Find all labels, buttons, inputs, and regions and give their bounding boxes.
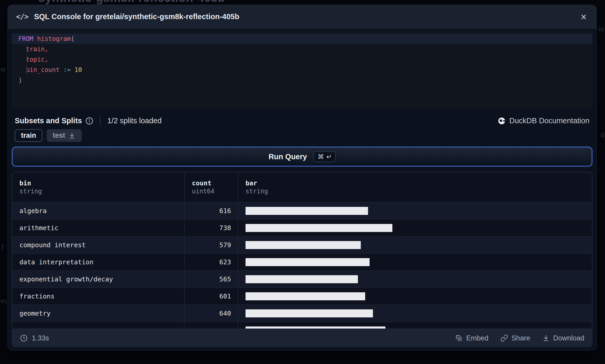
download-icon xyxy=(542,334,550,342)
code-line: ) xyxy=(12,75,593,85)
cell-count: 616 xyxy=(184,202,238,219)
run-query-label: Run Query xyxy=(269,152,307,161)
subsets-and-splits-bar: Subsets and Splits 1/2 splits loaded Duc… xyxy=(12,117,593,125)
doc-link-label: DuckDB Documentation xyxy=(509,117,589,125)
backdrop-fragment: w xyxy=(1,65,6,74)
cell-bar xyxy=(238,305,592,322)
download-button[interactable]: Download xyxy=(542,334,584,342)
close-icon[interactable]: × xyxy=(579,12,588,22)
code-token xyxy=(18,46,26,53)
share-icon xyxy=(500,334,508,342)
column-header-count: count uint64 xyxy=(184,172,238,202)
embed-button[interactable]: Embed xyxy=(455,334,488,342)
code-line: bin_count := 10 xyxy=(12,65,593,75)
indent-guide xyxy=(27,45,27,75)
cmd-icon: ⌘ xyxy=(318,153,324,161)
histogram-bar xyxy=(246,207,368,215)
column-header-bar: bar string xyxy=(238,172,592,202)
cell-bin: algebra xyxy=(12,202,184,219)
cell-count xyxy=(184,322,238,329)
info-icon[interactable] xyxy=(85,117,93,125)
modal-title: SQL Console for gretelai/synthetic-gsm8k… xyxy=(34,12,573,21)
cell-count: 601 xyxy=(184,288,238,304)
duckdb-documentation-link[interactable]: DuckDB Documentation xyxy=(498,117,589,125)
backdrop-page-heading: synthetic-gsm8k-reflection-405b xyxy=(38,0,225,5)
histogram-bar xyxy=(246,224,392,232)
cmd-enter-kbd: ⌘ ↵ xyxy=(314,151,336,162)
code-token xyxy=(60,66,63,74)
split-chip-label: train xyxy=(21,132,36,140)
code-token: := xyxy=(63,66,71,74)
cell-bar xyxy=(238,254,592,270)
cell-bin: data interpretation xyxy=(12,254,184,270)
cell-bin: arithmetic xyxy=(12,220,184,236)
duckdb-logo-icon xyxy=(498,117,506,125)
histogram-bar xyxy=(246,292,365,300)
clock-icon xyxy=(20,334,28,342)
histogram-bar xyxy=(246,309,373,317)
code-token: , xyxy=(45,56,48,63)
histogram-bar xyxy=(246,326,385,329)
cell-bin: compound interest xyxy=(12,237,184,253)
cell-count: 565 xyxy=(184,271,238,287)
cell-count: 738 xyxy=(184,220,238,236)
download-icon xyxy=(68,132,76,139)
cell-count: 579 xyxy=(184,237,238,253)
table-row: geometry640 xyxy=(12,304,592,322)
cell-count: 623 xyxy=(184,254,238,270)
splits-loaded-status: 1/2 splits loaded xyxy=(107,117,162,125)
cell-bar xyxy=(238,288,592,304)
table-row: algebra616 xyxy=(12,202,592,219)
code-token: bin_count xyxy=(26,66,60,74)
code-token xyxy=(33,35,37,42)
split-chip-test[interactable]: test xyxy=(47,129,82,142)
sql-editor[interactable]: FROM histogram( train, topic, bin_count … xyxy=(12,31,593,109)
footer-button-label: Embed xyxy=(466,334,488,342)
code-token: ) xyxy=(18,77,22,84)
split-chip-train[interactable]: train xyxy=(15,129,42,142)
code-token: 10 xyxy=(75,66,82,74)
share-button[interactable]: Share xyxy=(500,334,530,342)
code-line: FROM histogram( xyxy=(12,34,593,44)
cell-bar xyxy=(238,202,592,219)
backdrop-fragment: is xyxy=(599,25,604,33)
table-row: fractions601 xyxy=(12,287,592,304)
table-row xyxy=(12,322,592,329)
histogram-bar xyxy=(246,241,361,249)
sql-console-modal: </> SQL Console for gretelai/synthetic-g… xyxy=(8,5,596,350)
footer-actions: EmbedShareDownload xyxy=(455,334,584,342)
histogram-bar xyxy=(246,275,358,283)
split-chip-label: test xyxy=(53,132,65,140)
table-header-row: bin string count uint64 bar string xyxy=(12,172,592,202)
backdrop-fragment: f xyxy=(2,243,4,252)
code-token: FROM xyxy=(18,35,33,42)
code-token: histogram xyxy=(37,35,71,42)
table-row: arithmetic738 xyxy=(12,219,592,236)
table-row: exponential growth/decay565 xyxy=(12,270,592,287)
cell-bar xyxy=(238,237,592,253)
cell-count: 640 xyxy=(184,305,238,322)
run-query-button[interactable]: Run Query ⌘ ↵ xyxy=(12,147,593,167)
cell-bar xyxy=(238,220,592,236)
modal-header: </> SQL Console for gretelai/synthetic-g… xyxy=(8,5,596,29)
cell-bin: geometry xyxy=(12,305,184,322)
footer-button-label: Download xyxy=(553,334,584,342)
cell-bar xyxy=(238,271,592,287)
query-duration: 1.33s xyxy=(32,334,49,342)
code-token: train xyxy=(26,46,45,53)
code-token: topic xyxy=(26,56,45,63)
column-header-bin: bin string xyxy=(12,172,184,202)
code-icon: </> xyxy=(16,12,28,21)
code-line: topic, xyxy=(12,54,593,65)
histogram-bar xyxy=(246,258,370,266)
code-token xyxy=(18,56,26,63)
code-token: ( xyxy=(71,35,74,42)
backdrop-fragment: eq xyxy=(1,298,7,304)
cell-bar xyxy=(238,322,592,329)
backdrop-fragment: d xyxy=(600,131,604,139)
subsets-title: Subsets and Splits xyxy=(15,117,82,125)
splits-row: traintest xyxy=(12,129,593,142)
table-row: compound interest579 xyxy=(12,236,592,253)
footer-button-label: Share xyxy=(512,334,530,342)
table-row: data interpretation623 xyxy=(12,253,592,270)
